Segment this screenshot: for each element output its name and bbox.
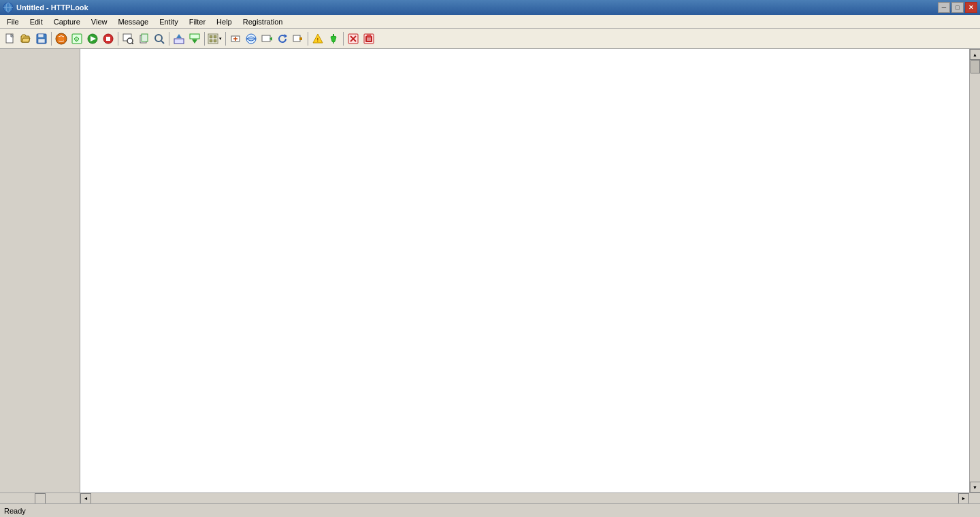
svg-rect-36	[262, 35, 270, 41]
export-button[interactable]	[172, 31, 186, 46]
horizontal-scrollbar[interactable]: ◄ ►	[80, 493, 969, 503]
copy-url-button[interactable]	[228, 31, 243, 46]
scroll-down-button[interactable]: ▼	[970, 482, 981, 493]
settings-button[interactable]: ⚙	[69, 31, 84, 46]
menu-capture[interactable]: Capture	[48, 16, 86, 27]
separator-3	[169, 32, 169, 46]
minimize-button[interactable]: ─	[938, 2, 950, 13]
status-text: Ready	[4, 507, 26, 515]
send-all-button[interactable]	[291, 31, 306, 46]
svg-rect-26	[190, 34, 199, 39]
separator-6	[308, 32, 308, 46]
open-browser-button[interactable]	[244, 31, 259, 46]
view-dropdown-button[interactable]: ▾	[207, 33, 223, 45]
svg-marker-38	[284, 34, 287, 38]
title-bar: Untitled - HTTPLook ─ □ ✕	[0, 0, 980, 15]
scroll-right-button[interactable]: ►	[958, 493, 969, 504]
maximize-button[interactable]: □	[951, 2, 964, 13]
left-panel	[0, 49, 80, 493]
find-button[interactable]	[152, 31, 167, 46]
svg-rect-7	[38, 34, 44, 37]
menu-bar: File Edit Capture View Message Entity Fi…	[0, 15, 980, 29]
alert-button[interactable]: !	[310, 31, 325, 46]
menu-message[interactable]: Message	[113, 16, 154, 27]
pin-button[interactable]	[326, 31, 341, 46]
decode-button[interactable]	[120, 31, 135, 46]
svg-rect-24	[174, 39, 184, 44]
scroll-corner	[969, 493, 980, 503]
separator-2	[118, 32, 118, 46]
replay-button[interactable]	[275, 31, 290, 46]
svg-rect-50	[367, 35, 371, 37]
scroll-up-button[interactable]: ▲	[970, 49, 981, 60]
import-button[interactable]	[187, 31, 202, 46]
start-capture-button[interactable]	[85, 31, 100, 46]
svg-rect-21	[142, 34, 148, 41]
view-dropdown-arrow: ▾	[218, 36, 223, 41]
window-controls[interactable]: ─ □ ✕	[938, 2, 977, 13]
hscroll-small-square	[35, 493, 46, 504]
separator-7	[343, 32, 344, 46]
svg-rect-31	[214, 35, 216, 38]
scroll-left-button[interactable]: ◄	[80, 493, 91, 504]
main-area: ▲ ▼	[0, 49, 980, 493]
svg-line-23	[161, 41, 164, 44]
stop-capture-button[interactable]	[101, 31, 116, 46]
svg-point-22	[155, 35, 162, 41]
svg-text:⚙: ⚙	[74, 35, 80, 43]
svg-rect-8	[38, 39, 45, 43]
menu-filter[interactable]: Filter	[184, 16, 211, 27]
svg-rect-39	[293, 35, 300, 41]
vertical-scrollbar[interactable]: ▲ ▼	[969, 49, 980, 493]
clear-button[interactable]	[361, 31, 376, 46]
bottom-scroll-area: ◄ ►	[0, 493, 980, 503]
separator-5	[225, 32, 226, 46]
hscroll-left-stub	[0, 493, 80, 503]
svg-rect-29	[210, 35, 212, 38]
scroll-thumb[interactable]	[970, 60, 980, 73]
title-bar-left: Untitled - HTTPLook	[3, 2, 88, 13]
app-icon	[3, 2, 14, 13]
svg-point-18	[127, 38, 133, 44]
open-button[interactable]	[18, 31, 33, 46]
toolbar: ⚙	[0, 29, 980, 49]
menu-help[interactable]: Help	[211, 16, 238, 27]
separator-4	[204, 32, 205, 46]
delete-button[interactable]	[346, 31, 361, 46]
menu-edit[interactable]: Edit	[24, 16, 48, 27]
content-panel	[80, 49, 969, 493]
httplook-logo-button[interactable]	[54, 31, 69, 46]
hscroll-track[interactable]	[91, 493, 958, 503]
menu-view[interactable]: View	[86, 16, 113, 27]
copy-button[interactable]	[136, 31, 151, 46]
svg-rect-16	[106, 37, 110, 41]
svg-marker-25	[176, 34, 182, 38]
menu-registration[interactable]: Registration	[238, 16, 289, 27]
status-bar: Ready	[0, 503, 980, 517]
new-button[interactable]	[3, 31, 18, 46]
svg-text:!: !	[317, 37, 319, 43]
separator-1	[51, 32, 52, 46]
svg-rect-30	[210, 39, 212, 42]
scroll-track[interactable]	[970, 60, 980, 482]
svg-line-19	[132, 43, 133, 44]
menu-file[interactable]: File	[1, 16, 24, 27]
close-button[interactable]: ✕	[965, 2, 977, 13]
menu-entity[interactable]: Entity	[154, 16, 184, 27]
save-button[interactable]	[34, 31, 49, 46]
send-request-button[interactable]	[259, 31, 274, 46]
svg-marker-40	[299, 37, 302, 40]
svg-rect-32	[214, 39, 216, 42]
window-title: Untitled - HTTPLook	[16, 3, 88, 12]
svg-marker-27	[192, 39, 197, 44]
